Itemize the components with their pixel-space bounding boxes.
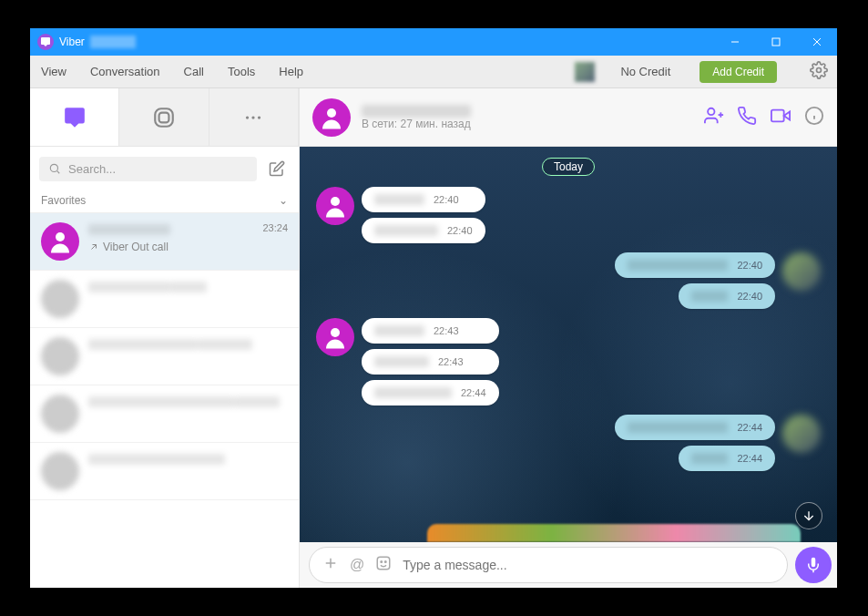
menu-help[interactable]: Help [277, 61, 305, 82]
scroll-down-button[interactable] [795, 502, 822, 529]
sidebar: Search... Favorites ⌄ [30, 88, 300, 588]
svg-point-12 [56, 232, 65, 241]
menu-view[interactable]: View [39, 61, 68, 82]
compose-button[interactable] [264, 156, 290, 181]
message-bubble[interactable]: 22:44 [362, 380, 499, 406]
add-contact-icon[interactable] [704, 106, 724, 129]
sticker-icon[interactable] [375, 555, 392, 575]
svg-rect-6 [159, 112, 169, 122]
messages-area: Today 22:40 22:40 22:40 22:40 [300, 147, 837, 542]
conversation-item[interactable] [30, 328, 299, 385]
chat-panel: В сети: 27 мин. назад Today 22:40 [300, 88, 837, 588]
favorites-section[interactable]: Favorites ⌄ [30, 189, 299, 213]
tab-discover[interactable] [119, 88, 209, 146]
avatar [41, 452, 79, 490]
svg-point-7 [246, 116, 249, 118]
svg-rect-5 [155, 108, 173, 127]
avatar [41, 337, 79, 375]
message-row-in: 22:43 22:43 22:44 [316, 318, 821, 406]
minimize-button[interactable] [714, 28, 755, 56]
chevron-down-icon: ⌄ [279, 194, 288, 207]
menubar: View Conversation Call Tools Help No Cre… [30, 56, 837, 88]
message-bubble[interactable]: 22:44 [679, 446, 775, 471]
message-bubble[interactable]: 22:40 [362, 187, 485, 212]
message-bubble[interactable]: 22:40 [679, 283, 775, 309]
video-call-icon[interactable] [770, 106, 791, 129]
search-placeholder: Search... [68, 162, 116, 176]
avatar [41, 222, 79, 261]
message-avatar [782, 252, 821, 291]
menu-conversation[interactable]: Conversation [88, 61, 162, 82]
conversation-item[interactable]: Viber Out call 23:24 [30, 213, 299, 271]
title-extra [90, 36, 136, 48]
mention-icon[interactable]: @ [350, 557, 364, 573]
conversation-subtitle: Viber Out call [88, 241, 253, 253]
chat-contact-name [362, 105, 471, 118]
conversation-name [88, 454, 225, 465]
chat-header: В сети: 27 мин. назад [300, 88, 837, 147]
message-row-out: 22:40 22:40 [316, 252, 821, 309]
voice-message-button[interactable] [795, 547, 832, 583]
message-avatar [316, 318, 354, 356]
add-credit-button[interactable]: Add Credit [700, 61, 777, 83]
avatar [41, 395, 79, 433]
conversation-name [88, 224, 170, 235]
menu-tools[interactable]: Tools [226, 61, 257, 82]
sidebar-tabs [30, 88, 299, 147]
search-input[interactable]: Search... [39, 157, 257, 181]
svg-point-4 [817, 68, 822, 73]
conversation-name [88, 396, 234, 407]
svg-point-13 [327, 108, 336, 118]
conversation-item[interactable] [30, 271, 299, 328]
svg-rect-17 [771, 109, 784, 121]
tab-more[interactable] [209, 88, 299, 146]
titlebar: Viber [30, 28, 837, 56]
conversation-name [88, 282, 170, 293]
svg-point-26 [381, 561, 383, 563]
message-bubble[interactable]: 22:44 [615, 415, 775, 440]
settings-gear-icon[interactable] [810, 61, 828, 82]
attach-icon[interactable] [322, 555, 339, 575]
message-input[interactable] [403, 558, 774, 572]
close-button[interactable] [796, 28, 837, 56]
search-icon [48, 162, 61, 175]
svg-point-8 [252, 116, 255, 118]
chat-input-bar: @ [300, 542, 837, 588]
message-row-out: 22:44 22:44 [316, 415, 821, 471]
message-bubble[interactable]: 22:40 [615, 252, 775, 278]
menu-call[interactable]: Call [182, 61, 206, 82]
conversation-time: 23:24 [262, 222, 288, 261]
message-input-pill: @ [309, 547, 788, 583]
conversation-item[interactable] [30, 443, 299, 500]
conversation-name [88, 339, 198, 350]
svg-point-14 [708, 108, 714, 114]
chat-avatar[interactable] [312, 98, 351, 137]
message-bubble[interactable]: 22:43 [362, 318, 499, 344]
message-bubble[interactable]: 22:43 [362, 349, 499, 375]
app-window: Viber View Conversation Call Tools Help … [30, 28, 837, 588]
voice-call-icon[interactable] [737, 106, 757, 129]
conversation-item[interactable] [30, 385, 299, 443]
svg-point-22 [331, 328, 340, 337]
svg-rect-1 [772, 38, 780, 46]
app-title: Viber [59, 36, 85, 48]
chat-status: В сети: 27 мин. назад [362, 118, 693, 130]
conversation-list: Viber Out call 23:24 [30, 213, 299, 588]
svg-point-21 [331, 197, 340, 206]
svg-rect-25 [378, 557, 391, 570]
maximize-button[interactable] [755, 28, 796, 56]
info-icon[interactable] [804, 106, 824, 129]
message-avatar [316, 187, 354, 225]
message-row-in: 22:40 22:40 [316, 187, 821, 243]
svg-point-10 [50, 164, 57, 171]
avatar [41, 280, 79, 318]
message-bubble[interactable]: 22:40 [362, 218, 485, 243]
media-preview[interactable] [427, 524, 801, 542]
message-avatar [782, 415, 821, 453]
credit-status: No Credit [620, 65, 670, 78]
tab-chats[interactable] [30, 88, 119, 146]
favorites-label: Favorites [41, 194, 86, 207]
credit-avatar [575, 62, 595, 82]
viber-logo-icon [37, 34, 54, 50]
call-arrow-icon [88, 241, 99, 252]
